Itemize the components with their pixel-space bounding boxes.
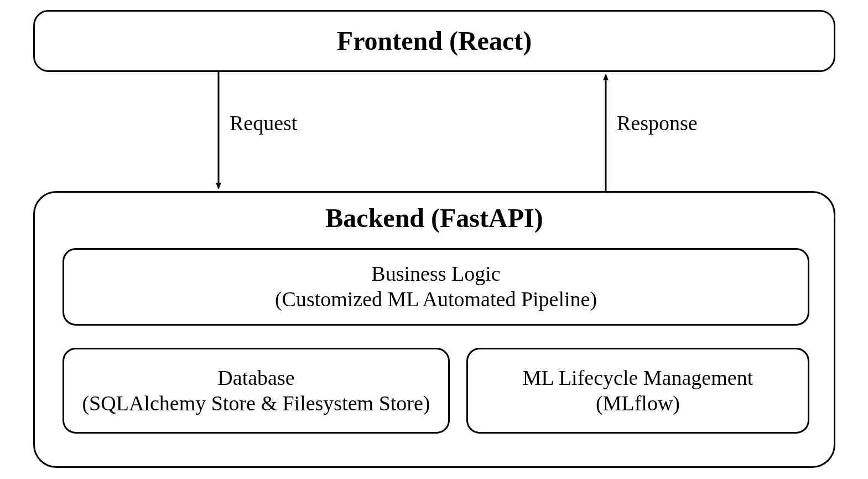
- database-line2: (SQLAlchemy Store & Filesystem Store): [82, 391, 430, 416]
- ml-lifecycle-line1: ML Lifecycle Management: [523, 365, 753, 391]
- ml-lifecycle-line2: (MLflow): [596, 391, 680, 416]
- business-logic-line1: Business Logic: [371, 261, 500, 287]
- database-box: Database (SQLAlchemy Store & Filesystem …: [63, 348, 450, 434]
- backend-box: Backend (FastAPI) Business Logic (Custom…: [33, 191, 835, 468]
- backend-title: Backend (FastAPI): [35, 203, 834, 233]
- request-label: Request: [230, 111, 297, 135]
- frontend-box: Frontend (React): [33, 10, 835, 72]
- business-logic-line2: (Customized ML Automated Pipeline): [275, 287, 597, 312]
- ml-lifecycle-box: ML Lifecycle Management (MLflow): [466, 348, 809, 434]
- database-line1: Database: [217, 365, 294, 391]
- frontend-title: Frontend (React): [337, 25, 532, 56]
- response-label: Response: [617, 111, 698, 135]
- business-logic-box: Business Logic (Customized ML Automated …: [63, 248, 809, 326]
